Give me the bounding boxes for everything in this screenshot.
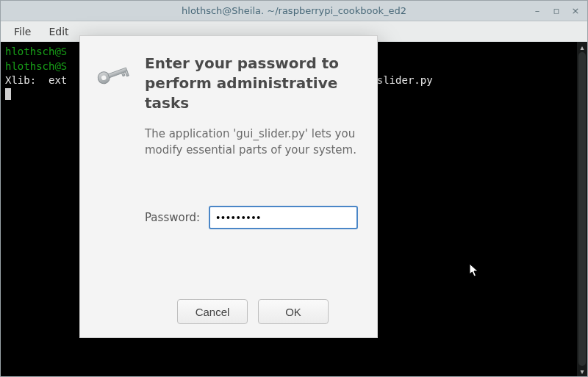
dialog-header: Enter your password to perform administr… <box>93 49 358 113</box>
svg-rect-2 <box>108 68 127 78</box>
key-icon <box>93 57 135 98</box>
minimize-button[interactable]: – <box>528 3 546 18</box>
terminal-line-2-prompt: hlothsch@S <box>5 60 67 72</box>
password-input[interactable] <box>209 206 358 229</box>
titlebar: hlothsch@Sheila. ~/raspberrypi_cookbook_… <box>1 1 587 21</box>
dialog-buttons: Cancel OK <box>145 299 358 324</box>
close-button[interactable]: × <box>567 3 584 18</box>
window-title: hlothsch@Sheila. ~/raspberrypi_cookbook_… <box>182 5 406 16</box>
svg-rect-4 <box>125 71 129 76</box>
dialog-description: The application 'gui_slider.py' lets you… <box>145 126 358 159</box>
dialog-body: The application 'gui_slider.py' lets you… <box>145 113 358 229</box>
scrollbar-track[interactable] <box>578 52 586 366</box>
password-label: Password: <box>145 211 200 224</box>
scrollbar-down-icon[interactable]: ▾ <box>577 366 587 376</box>
terminal-scrollbar[interactable]: ▴ ▾ <box>577 42 587 376</box>
dialog-heading: Enter your password to perform administr… <box>145 54 358 113</box>
password-row: Password: <box>145 206 358 229</box>
menu-edit[interactable]: Edit <box>44 24 73 40</box>
ok-button[interactable]: OK <box>258 299 329 324</box>
password-dialog: Enter your password to perform administr… <box>79 35 378 338</box>
scrollbar-up-icon[interactable]: ▴ <box>577 42 587 52</box>
maximize-button[interactable]: ▫ <box>548 3 565 18</box>
terminal-line-3-pre: Xlib: ext <box>5 74 67 86</box>
terminal-line-1-prompt: hlothsch@S <box>5 46 67 57</box>
cancel-button[interactable]: Cancel <box>177 299 248 324</box>
terminal-cursor <box>5 88 11 100</box>
menu-file[interactable]: File <box>10 24 35 40</box>
svg-rect-3 <box>121 72 125 76</box>
window-controls: – ▫ × <box>528 3 584 18</box>
